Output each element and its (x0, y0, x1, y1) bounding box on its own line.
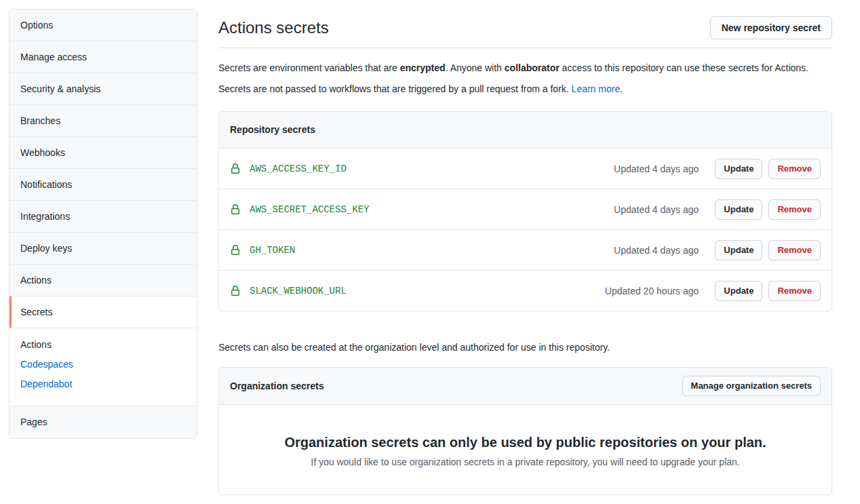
secrets-submenu-codespaces[interactable]: Codespaces (9, 355, 197, 374)
update-button[interactable]: Update (715, 281, 762, 301)
organization-secrets-blankslate: Organization secrets can only be used by… (219, 404, 832, 495)
description-line-2: Secrets are not passed to workflows that… (218, 79, 832, 100)
secret-updated: Updated 4 days ago (614, 163, 699, 174)
secret-name: SLACK_WEBHOOK_URL (250, 286, 347, 296)
secret-row: GH_TOKEN Updated 4 days ago Update Remov… (219, 229, 832, 270)
organization-secrets-card: Organization secrets Manage organization… (218, 367, 832, 495)
sidebar-item-secrets[interactable]: Secrets (9, 296, 197, 328)
page-title: Actions secrets (218, 18, 329, 37)
remove-button[interactable]: Remove (768, 281, 821, 301)
blankslate-text: If you would like to use organization se… (246, 457, 804, 467)
update-button[interactable]: Update (715, 159, 762, 179)
secrets-submenu-dependabot[interactable]: Dependabot (9, 374, 197, 394)
description-line-1: Secrets are environment variables that a… (218, 58, 832, 79)
description-bold-collaborator: collaborator (505, 62, 560, 73)
settings-sidebar: Options Manage access Security & analysi… (9, 9, 197, 439)
description-text: access to this repository can use these … (560, 62, 808, 73)
remove-button[interactable]: Remove (768, 159, 821, 179)
lock-icon (230, 163, 241, 174)
learn-more-link[interactable]: Learn more (572, 83, 621, 94)
blankslate-title: Organization secrets can only be used by… (246, 435, 804, 450)
remove-button[interactable]: Remove (768, 240, 821, 260)
description-text: . Anyone with (446, 62, 505, 73)
sidebar-item-options[interactable]: Options (9, 9, 197, 41)
manage-organization-secrets-button[interactable]: Manage organization secrets (682, 376, 821, 396)
secret-name: AWS_SECRET_ACCESS_KEY (250, 204, 369, 215)
sidebar-item-webhooks[interactable]: Webhooks (9, 137, 197, 169)
secret-updated: Updated 20 hours ago (605, 286, 699, 296)
actions-secrets-page: Actions secrets New repository secret Se… (218, 9, 832, 493)
secrets-description: Secrets are environment variables that a… (218, 58, 832, 100)
secrets-submenu: Actions Codespaces Dependabot (9, 328, 197, 406)
description-text: Secrets are environment variables that a… (218, 62, 400, 73)
sidebar-item-branches[interactable]: Branches (9, 105, 197, 137)
description-text: Secrets are not passed to workflows that… (218, 83, 572, 94)
secret-row: SLACK_WEBHOOK_URL Updated 20 hours ago U… (219, 270, 832, 311)
secret-name: AWS_ACCESS_KEY_ID (250, 163, 347, 174)
update-button[interactable]: Update (715, 240, 762, 260)
description-bold-encrypted: encrypted (400, 62, 446, 73)
sidebar-item-pages[interactable]: Pages (9, 406, 197, 438)
repository-secrets-card: Repository secrets AWS_ACCESS_KEY_ID Upd… (218, 111, 832, 311)
secret-name: GH_TOKEN (250, 245, 295, 256)
organization-secrets-title: Organization secrets (230, 379, 324, 393)
update-button[interactable]: Update (715, 199, 762, 220)
sidebar-item-deploy-keys[interactable]: Deploy keys (9, 233, 197, 265)
sidebar-item-notifications[interactable]: Notifications (9, 169, 197, 201)
page-header: Actions secrets New repository secret (218, 9, 832, 48)
organization-secrets-header: Organization secrets Manage organization… (219, 368, 832, 404)
sidebar-item-security-analysis[interactable]: Security & analysis (9, 73, 197, 105)
secret-row: AWS_SECRET_ACCESS_KEY Updated 4 days ago… (219, 189, 832, 229)
secret-updated: Updated 4 days ago (614, 204, 699, 215)
lock-icon (230, 204, 241, 215)
secret-updated: Updated 4 days ago (614, 245, 699, 256)
secrets-submenu-actions[interactable]: Actions (9, 335, 197, 355)
lock-icon (230, 245, 241, 256)
sidebar-item-integrations[interactable]: Integrations (9, 201, 197, 233)
remove-button[interactable]: Remove (768, 199, 821, 220)
new-repository-secret-button[interactable]: New repository secret (710, 16, 832, 39)
sidebar-item-manage-access[interactable]: Manage access (9, 41, 197, 73)
sidebar-item-actions[interactable]: Actions (9, 265, 197, 296)
description-text: . (620, 83, 623, 94)
repository-secrets-header: Repository secrets (219, 112, 832, 148)
lock-icon (230, 286, 241, 296)
secret-row: AWS_ACCESS_KEY_ID Updated 4 days ago Upd… (219, 148, 832, 189)
organization-note: Secrets can also be created at the organ… (218, 342, 832, 353)
